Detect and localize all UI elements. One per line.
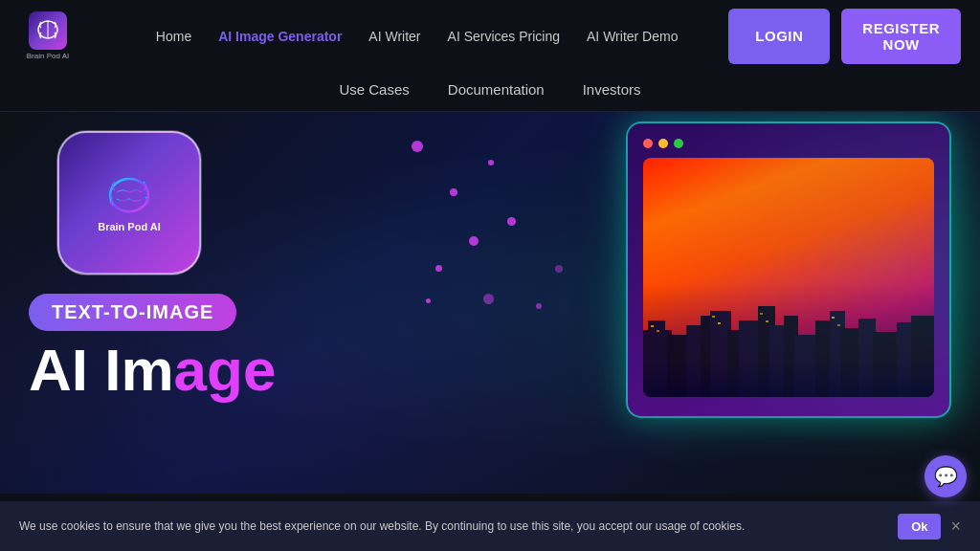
particle [469, 236, 479, 246]
cookie-close-button[interactable]: × [950, 517, 961, 537]
hero-section: Brain Pod AI TEXT-TO-IMAGE AI Image [0, 112, 980, 494]
cookie-text: We use cookies to ensure that we give yo… [19, 519, 882, 533]
phone-dot-green [674, 139, 683, 148]
particle [555, 265, 563, 273]
hero-brand-circle: Brain Pod AI [57, 131, 201, 275]
logo[interactable]: Brain Pod AI [19, 11, 77, 61]
primary-nav: Home AI Image Generator AI Writer AI Ser… [105, 29, 728, 44]
nav-investors[interactable]: Investors [583, 81, 641, 98]
nav-ai-writer-demo[interactable]: AI Writer Demo [587, 29, 678, 44]
nav-home[interactable]: Home [156, 29, 191, 44]
svg-rect-31 [832, 317, 835, 319]
particle [483, 294, 494, 304]
chat-widget-button[interactable]: 💬 [924, 455, 967, 497]
header-buttons: LOGIN REGISTER NOW [728, 9, 961, 64]
hero-brand-label: Brain Pod AI [98, 221, 161, 232]
logo-icon [29, 11, 67, 50]
hero-title-colored: age [174, 337, 277, 403]
text-to-image-badge: TEXT-TO-IMAGE [29, 294, 236, 331]
register-button[interactable]: REGISTER NOW [841, 9, 961, 64]
nav-documentation[interactable]: Documentation [448, 81, 545, 98]
nav-use-cases[interactable]: Use Cases [339, 81, 409, 98]
cookie-ok-button[interactable]: Ok [898, 514, 941, 540]
particle [412, 141, 423, 152]
logo-text: Brain Pod AI [27, 52, 69, 61]
svg-rect-26 [657, 330, 659, 332]
svg-rect-28 [718, 322, 721, 324]
particle [536, 303, 542, 309]
particle [435, 265, 442, 272]
svg-rect-25 [651, 325, 654, 327]
svg-rect-30 [766, 320, 768, 322]
secondary-nav: Use Cases Documentation Investors [0, 72, 980, 112]
login-button[interactable]: LOGIN [728, 9, 830, 64]
svg-rect-29 [760, 313, 763, 315]
nav-ai-image-generator[interactable]: AI Image Generator [218, 29, 342, 44]
nav-ai-services-pricing[interactable]: AI Services Pricing [448, 29, 560, 44]
phone-screen [643, 158, 934, 397]
phone-dot-red [643, 139, 653, 148]
header: Brain Pod AI Home AI Image Generator AI … [0, 0, 980, 72]
particle [450, 188, 457, 196]
hero-left-content: Brain Pod AI TEXT-TO-IMAGE AI Image [29, 131, 412, 400]
particle [488, 160, 494, 165]
nav-ai-writer[interactable]: AI Writer [368, 29, 420, 44]
hero-brain-icon [103, 174, 156, 217]
phone-mockup [626, 121, 951, 418]
phone-dot-yellow [658, 139, 668, 148]
particle [507, 217, 516, 226]
cookie-banner: We use cookies to ensure that we give yo… [0, 501, 980, 551]
particle [426, 298, 431, 303]
hero-title-white: AI Im [29, 337, 174, 403]
chat-icon: 💬 [934, 465, 958, 488]
svg-point-3 [110, 179, 148, 211]
svg-rect-32 [837, 324, 840, 326]
svg-rect-27 [712, 316, 715, 318]
phone-topbar [643, 139, 934, 148]
hero-title: AI Image [29, 341, 412, 400]
